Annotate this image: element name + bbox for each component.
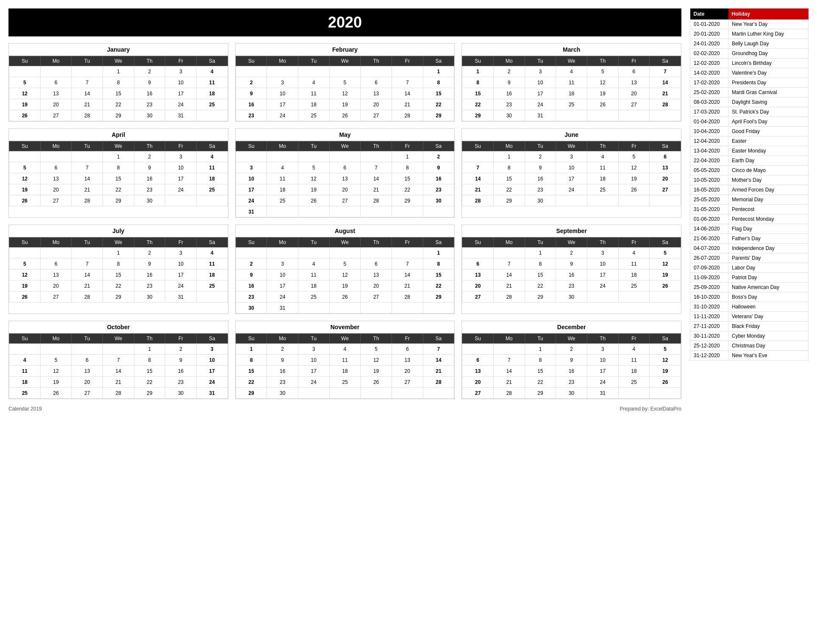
calendar-day: 11 (556, 77, 587, 88)
holiday-date: 31-10-2020 (690, 302, 728, 312)
calendar-day (329, 303, 361, 314)
day-header: Mo (267, 238, 298, 247)
calendar-day (618, 195, 650, 206)
calendar-day: 17 (525, 88, 556, 99)
calendar-day (587, 291, 618, 303)
calendar-day: 19 (329, 280, 361, 291)
calendar-day (267, 151, 298, 162)
calendar-day: 22 (236, 377, 267, 388)
calendar-day: 24 (587, 280, 618, 291)
calendar-day: 19 (361, 366, 392, 377)
calendar-day: 17 (165, 173, 197, 184)
day-header: Th (587, 56, 618, 66)
month-table: SuMoTuWeThFrSa12345678910111213141516171… (462, 333, 681, 399)
calendar-day: 2 (493, 66, 525, 77)
calendar-day: 10 (165, 258, 197, 269)
day-header: Mo (493, 56, 525, 66)
day-header: Sa (196, 142, 228, 151)
calendar-day: 6 (40, 162, 72, 173)
calendar-day: 14 (72, 173, 103, 184)
holiday-name: Boss's Day (728, 292, 809, 302)
day-header: Tu (525, 56, 556, 66)
calendar-day: 8 (525, 355, 556, 366)
calendar-day: 23 (267, 377, 298, 388)
day-header: Th (587, 334, 618, 344)
calendar-day: 4 (587, 151, 618, 162)
holiday-date: 22-04-2020 (690, 156, 728, 166)
holiday-name: Christmas Day (728, 341, 809, 351)
day-header: Fr (618, 238, 650, 247)
calendar-day (40, 66, 72, 77)
calendar-day: 28 (392, 110, 423, 121)
calendar-day (329, 206, 361, 217)
calendar-day (298, 247, 329, 258)
calendar-day: 3 (165, 151, 197, 162)
holiday-date: 31-05-2020 (690, 205, 728, 214)
calendar-day: 14 (103, 366, 134, 377)
calendar-day (298, 151, 329, 162)
calendar-day (72, 247, 103, 258)
day-header: Tu (298, 238, 329, 247)
calendar-day: 4 (196, 151, 228, 162)
calendar-day (361, 66, 392, 77)
calendar-day: 9 (556, 258, 587, 269)
calendar-day: 10 (165, 77, 197, 88)
calendar-day: 10 (525, 77, 556, 88)
calendar-day: 4 (196, 247, 228, 258)
day-header: Su (462, 142, 494, 151)
holiday-row: 01-06-2020Pentecost Monday (690, 214, 809, 224)
calendar-day: 2 (236, 258, 267, 269)
calendar-day: 16 (236, 280, 267, 291)
calendar-day: 1 (236, 344, 267, 355)
calendar-section: 2020 JanuarySuMoTuWeThFrSa12345678910111… (8, 8, 681, 412)
holiday-row: 24-01-2020Belly Laugh Day (690, 39, 809, 49)
month-block-april: AprilSuMoTuWeThFrSa123456789101112131415… (8, 128, 228, 218)
calendar-day: 12 (329, 269, 361, 280)
holiday-name: Daylight Saving (728, 97, 809, 107)
calendar-day: 22 (423, 280, 454, 291)
holiday-date: 13-04-2020 (690, 146, 728, 156)
footer: Calendar 2019 Prepared by: ExcelDataPro (8, 406, 681, 412)
calendar-day: 25 (587, 184, 618, 195)
calendar-day: 5 (40, 355, 72, 366)
day-header: Fr (165, 238, 197, 247)
calendar-day: 4 (329, 344, 361, 355)
calendar-day: 7 (72, 162, 103, 173)
calendar-day (392, 66, 423, 77)
holiday-name: Easter (728, 136, 809, 146)
calendar-day: 7 (392, 258, 423, 269)
calendar-day: 19 (9, 280, 41, 291)
holiday-name: Mardi Gras Carnival (728, 88, 809, 97)
calendar-day: 20 (618, 88, 650, 99)
calendar-day: 27 (462, 388, 494, 399)
calendar-day: 17 (298, 366, 329, 377)
calendar-day: 11 (618, 355, 650, 366)
calendar-day: 28 (392, 291, 423, 303)
month-name: April (9, 129, 228, 141)
calendar-day: 30 (134, 110, 165, 121)
calendar-day: 15 (525, 366, 556, 377)
day-header: Su (462, 56, 494, 66)
holiday-name: Martin Luther King Day (728, 29, 809, 39)
calendar-day (72, 344, 103, 355)
calendar-day: 9 (134, 162, 165, 173)
calendar-day: 23 (525, 184, 556, 195)
calendar-day: 12 (40, 366, 72, 377)
calendar-day: 6 (40, 258, 72, 269)
calendar-day: 22 (134, 377, 165, 388)
calendar-day: 7 (361, 162, 392, 173)
calendar-day: 20 (40, 184, 72, 195)
calendar-day: 29 (134, 388, 165, 399)
holiday-date: 20-01-2020 (690, 29, 728, 39)
calendar-day: 20 (40, 99, 72, 110)
calendar-day: 22 (392, 184, 423, 195)
month-table: SuMoTuWeThFrSa12345678910111213141516171… (236, 237, 455, 314)
holiday-row: 25-09-2020Native American Day (690, 283, 809, 292)
calendar-day: 27 (40, 195, 72, 206)
holiday-row: 17-02-2020Presidents Day (690, 78, 809, 88)
calendar-day: 31 (236, 206, 267, 217)
calendar-day: 24 (298, 377, 329, 388)
calendar-day (618, 291, 650, 303)
calendar-day: 31 (165, 110, 197, 121)
calendar-day: 23 (134, 280, 165, 291)
